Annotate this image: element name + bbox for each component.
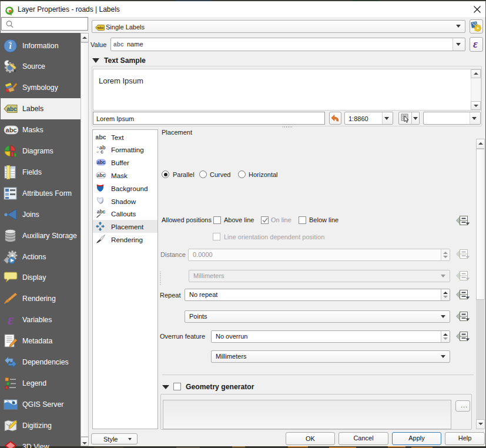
svg-text:abc: abc	[98, 26, 104, 29]
svg-text:abc: abc	[97, 209, 105, 215]
svg-text:ε: ε	[8, 312, 14, 327]
svg-text:abc: abc	[6, 126, 17, 133]
svg-text:abc: abc	[97, 172, 106, 178]
svg-text:<: <	[96, 149, 99, 154]
svg-text:c: c	[100, 149, 103, 154]
svg-text:abc: abc	[6, 106, 17, 112]
svg-text:abc: abc	[97, 159, 106, 165]
svg-text:abc: abc	[96, 133, 106, 141]
